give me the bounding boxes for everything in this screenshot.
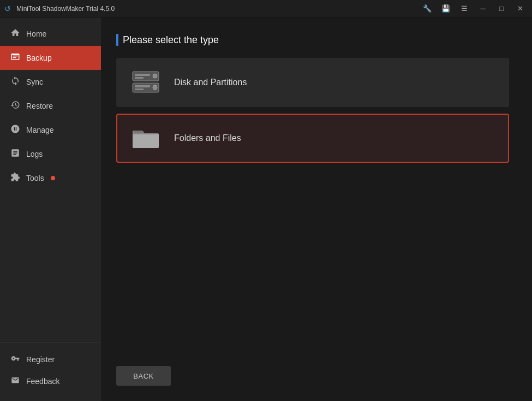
- sidebar-item-backup-label: Backup: [26, 54, 52, 62]
- app-body: Home Backup Sync Restore: [0, 17, 532, 401]
- register-icon: [10, 354, 21, 365]
- type-option-folders[interactable]: Folders and Files: [116, 114, 509, 163]
- sidebar-item-backup[interactable]: Backup: [0, 46, 101, 70]
- sidebar-item-register-label: Register: [26, 355, 55, 364]
- sidebar: Home Backup Sync Restore: [0, 17, 101, 401]
- feedback-icon: [10, 376, 21, 387]
- minimize-button[interactable]: ─: [475, 3, 491, 14]
- svg-rect-1: [135, 74, 150, 76]
- menu-icon[interactable]: ☰: [457, 3, 472, 14]
- main-content: Please select the type: [101, 17, 532, 401]
- restore-icon: [10, 100, 21, 112]
- sidebar-item-tools-label: Tools: [26, 174, 44, 182]
- sidebar-item-restore-label: Restore: [26, 102, 53, 110]
- type-options-list: Disk and Partitions Folders and Files: [116, 58, 509, 163]
- svg-point-3: [153, 74, 157, 78]
- svg-point-7: [153, 85, 157, 90]
- sync-icon: [10, 76, 21, 88]
- sidebar-item-feedback[interactable]: Feedback: [0, 370, 101, 392]
- disk-option-label: Disk and Partitions: [174, 78, 247, 87]
- type-option-disk[interactable]: Disk and Partitions: [116, 58, 509, 107]
- manage-icon: [10, 124, 21, 136]
- backup-icon: [10, 52, 21, 64]
- sidebar-item-feedback-label: Feedback: [26, 377, 59, 386]
- logs-icon: [10, 148, 21, 160]
- sidebar-item-tools[interactable]: Tools: [0, 166, 101, 190]
- disk-icon: [130, 67, 161, 98]
- sidebar-item-manage[interactable]: Manage: [0, 118, 101, 142]
- save-icon[interactable]: 💾: [438, 3, 453, 14]
- sidebar-nav: Home Backup Sync Restore: [0, 17, 101, 343]
- page-title-area: Please select the type: [116, 34, 517, 46]
- tools-badge: [51, 176, 55, 180]
- svg-rect-2: [135, 77, 144, 79]
- sidebar-item-sync-label: Sync: [26, 78, 43, 86]
- sidebar-item-home[interactable]: Home: [0, 22, 101, 46]
- bottom-bar: BACK: [116, 353, 517, 386]
- svg-rect-6: [135, 89, 144, 90]
- title-accent: [116, 34, 118, 46]
- page-title: Please select the type: [123, 34, 219, 46]
- sidebar-item-home-label: Home: [26, 30, 46, 38]
- back-button[interactable]: BACK: [116, 366, 171, 386]
- sidebar-item-manage-label: Manage: [26, 126, 54, 134]
- window-controls: 🔧 💾 ☰ ─ □ ✕: [420, 3, 528, 14]
- sidebar-item-logs-label: Logs: [26, 150, 43, 158]
- tools-icon: [10, 172, 21, 184]
- sidebar-item-register[interactable]: Register: [0, 349, 101, 370]
- title-bar: ↺ MiniTool ShadowMaker Trial 4.5.0 🔧 💾 ☰…: [0, 0, 532, 17]
- app-icon: ↺: [4, 4, 13, 13]
- sidebar-item-logs[interactable]: Logs: [0, 142, 101, 166]
- wrench-icon[interactable]: 🔧: [420, 3, 435, 14]
- folders-option-label: Folders and Files: [174, 133, 241, 143]
- sidebar-bottom: Register Feedback: [0, 343, 101, 401]
- close-button[interactable]: ✕: [512, 3, 528, 14]
- svg-rect-5: [135, 85, 150, 87]
- maximize-button[interactable]: □: [494, 3, 509, 14]
- app-title: MiniTool ShadowMaker Trial 4.5.0: [16, 5, 420, 13]
- folder-icon: [130, 123, 161, 154]
- sidebar-item-restore[interactable]: Restore: [0, 94, 101, 118]
- sidebar-item-sync[interactable]: Sync: [0, 70, 101, 94]
- home-icon: [10, 28, 21, 40]
